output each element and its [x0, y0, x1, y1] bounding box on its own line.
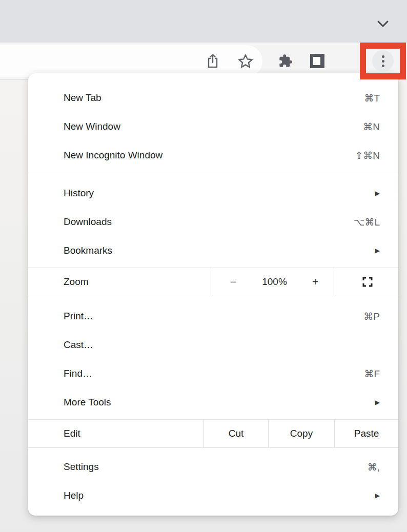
submenu-arrow-icon: ▶: [375, 399, 380, 406]
shortcut: ⌘,: [368, 461, 380, 473]
menu-item-label: New Incognito Window: [64, 150, 355, 161]
menu-item-print[interactable]: Print… ⌘P: [28, 302, 398, 331]
menu-item-label: Cast…: [64, 339, 380, 351]
menu-item-help[interactable]: Help ▶: [28, 481, 398, 510]
menu-item-label: History: [64, 188, 375, 199]
menu-item-label: New Tab: [64, 92, 364, 104]
menu-item-find[interactable]: Find… ⌘F: [28, 359, 398, 388]
address-bar[interactable]: [0, 45, 262, 77]
fullscreen-button[interactable]: [336, 268, 398, 296]
menu-item-more-tools[interactable]: More Tools ▶: [28, 388, 398, 417]
share-icon[interactable]: [205, 52, 221, 70]
cut-button[interactable]: Cut: [203, 420, 268, 447]
paste-button[interactable]: Paste: [334, 420, 398, 447]
extensions-icon[interactable]: [278, 54, 293, 68]
menu-section-new: New Tab ⌘T New Window ⌘N New Incognito W…: [28, 73, 398, 173]
menu-section-actions: Print… ⌘P Cast… Find… ⌘F More Tools ▶: [28, 296, 398, 419]
menu-dots-icon: [382, 55, 384, 58]
zoom-controls: − 100% +: [213, 268, 336, 296]
menu-section-nav: History ▶ Downloads ⌥⌘L Bookmarks ▶: [28, 173, 398, 268]
submenu-arrow-icon: ▶: [375, 190, 380, 197]
menu-item-label: Find…: [64, 368, 364, 379]
shortcut: ⇧⌘N: [355, 150, 380, 161]
chrome-menu: New Tab ⌘T New Window ⌘N New Incognito W…: [28, 73, 398, 516]
menu-item-label: Help: [64, 490, 375, 501]
menu-item-new-incognito-window[interactable]: New Incognito Window ⇧⌘N: [28, 141, 398, 170]
chevron-down-icon[interactable]: [376, 19, 390, 30]
menu-item-cast[interactable]: Cast…: [28, 331, 398, 359]
submenu-arrow-icon: ▶: [375, 247, 380, 254]
edit-label: Edit: [28, 420, 203, 447]
shortcut: ⌘P: [363, 311, 380, 322]
submenu-arrow-icon: ▶: [375, 492, 380, 499]
copy-button[interactable]: Copy: [268, 420, 334, 447]
fullscreen-icon: [361, 276, 374, 288]
shortcut: ⌘N: [363, 121, 380, 133]
menu-item-new-window[interactable]: New Window ⌘N: [28, 112, 398, 141]
tab-strip: [0, 0, 407, 43]
zoom-row: Zoom − 100% +: [28, 268, 398, 296]
zoom-out-button[interactable]: −: [231, 276, 237, 288]
menu-item-new-tab[interactable]: New Tab ⌘T: [28, 84, 398, 112]
menu-section-footer: Settings ⌘, Help ▶: [28, 448, 398, 516]
bookmark-star-icon[interactable]: [238, 53, 253, 69]
menu-item-label: Print…: [64, 311, 363, 322]
menu-item-downloads[interactable]: Downloads ⌥⌘L: [28, 208, 398, 236]
shortcut: ⌘T: [364, 92, 380, 104]
shortcut: ⌘F: [364, 368, 380, 380]
menu-item-settings[interactable]: Settings ⌘,: [28, 453, 398, 481]
browser-menu-button[interactable]: [372, 50, 394, 72]
menu-item-bookmarks[interactable]: Bookmarks ▶: [28, 236, 398, 265]
menu-item-label: Settings: [64, 461, 368, 473]
menu-item-label: More Tools: [64, 397, 375, 408]
zoom-label: Zoom: [28, 268, 213, 296]
zoom-in-button[interactable]: +: [312, 276, 318, 288]
menu-item-label: New Window: [64, 121, 363, 132]
shortcut: ⌥⌘L: [354, 216, 380, 228]
menu-item-label: Bookmarks: [64, 245, 375, 256]
edit-row: Edit Cut Copy Paste: [28, 419, 398, 448]
menu-item-label: Downloads: [64, 216, 354, 228]
menu-item-history[interactable]: History ▶: [28, 179, 398, 208]
zoom-level: 100%: [262, 276, 287, 288]
side-panel-icon[interactable]: [310, 54, 324, 68]
